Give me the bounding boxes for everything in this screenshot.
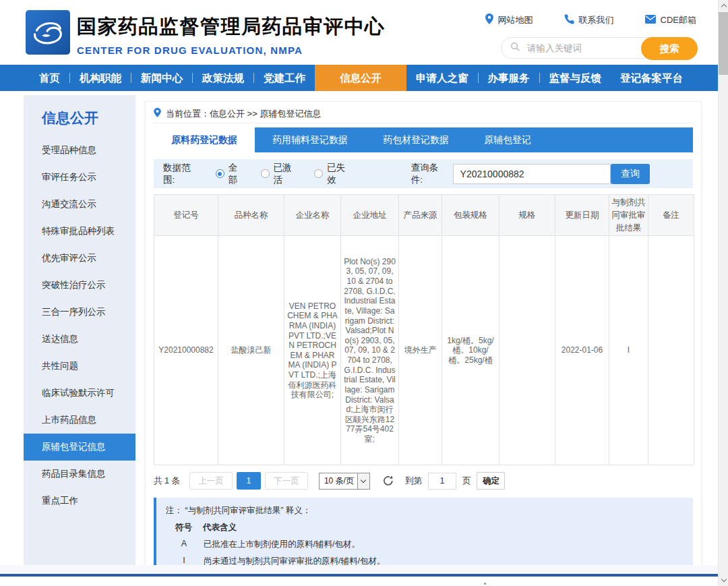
dropdown-arrow-icon	[357, 473, 369, 489]
contact-label: 联系我们	[579, 14, 614, 26]
site-title: 国家药品监督管理局药品审评中心	[77, 13, 386, 40]
scroll-up-icon[interactable]	[719, 0, 728, 11]
page: 国家药品监督管理局药品审评中心 CENTER FOR DRUG EVALUATI…	[0, 0, 728, 586]
mail-link[interactable]: CDE邮箱	[645, 14, 696, 26]
contact-link[interactable]: 联系我们	[564, 14, 614, 26]
table-header-row: 登记号 品种名称 企业名称 企业地址 产品来源 包装规格 规格 更新日期 与制剂…	[154, 195, 694, 236]
cell-company-name: VEN PETROCHEM & PHARMA (INDIA) PVT LTD.;…	[284, 236, 341, 465]
sidebar-item-accepted-varieties[interactable]: 受理品种信息	[24, 137, 135, 164]
nav-item-functions[interactable]: 机构职能	[70, 65, 131, 91]
sidebar-item-drug-catalog[interactable]: 药品目录集信息	[24, 461, 135, 488]
col-header-packaging-spec: 包装规格	[442, 195, 499, 236]
mail-label: CDE邮箱	[661, 14, 696, 26]
phone-icon	[564, 14, 574, 26]
tab-raw-material-data[interactable]: 原料药登记数据	[154, 127, 255, 152]
nav-item-info-disclosure[interactable]: 信息公开	[315, 65, 406, 91]
data-tabs: 原料药登记数据 药用辅料登记数据 药包材登记数据 原辅包登记	[154, 127, 693, 152]
prev-page-button[interactable]: 上一页	[189, 472, 233, 490]
sitemap-link[interactable]: 网站地图	[485, 13, 533, 26]
legend-note: 注： “与制剂共同审评审批结果” 释义： 符号 代表含义 A 已批准在上市制剂使…	[154, 498, 693, 576]
sidebar-item-common-issues[interactable]: 共性问题	[24, 353, 135, 380]
sidebar: 信息公开 受理品种信息 审评任务公示 沟通交流公示 特殊审批品种列表 优先审评公…	[24, 95, 135, 565]
nav-item-registration-platform[interactable]: 登记备案平台	[611, 65, 692, 91]
radio-label-inactive: 已失效	[327, 162, 351, 186]
sidebar-item-three-in-one[interactable]: 三合一序列公示	[24, 299, 135, 326]
note-row-a: A 已批准在上市制剂使用的原料/辅料/包材。	[166, 539, 684, 550]
col-header-update-date: 更新日期	[555, 195, 609, 236]
col-header-company-name: 企业名称	[284, 195, 341, 236]
sidebar-item-communication[interactable]: 沟通交流公示	[24, 191, 135, 218]
tab-excipient-data[interactable]: 药用辅料登记数据	[255, 127, 365, 152]
breadcrumb-label: 当前位置：信息公开 >> 原辅包登记信息	[166, 108, 321, 120]
site-title-block: 国家药品监督管理局药品审评中心 CENTER FOR DRUG EVALUATI…	[77, 13, 386, 56]
nav-item-party[interactable]: 党建工作	[254, 65, 315, 91]
page-number-1[interactable]: 1	[237, 472, 261, 490]
nav-item-supervision[interactable]: 监督与反馈	[540, 65, 611, 91]
cell-variety-name: 盐酸溴己新	[218, 236, 284, 465]
radio-selected-icon	[216, 169, 224, 178]
scrollbar-thumb[interactable]	[719, 12, 728, 75]
col-header-variety-name: 品种名称	[218, 195, 284, 236]
nav-item-services[interactable]: 办事服务	[479, 65, 539, 91]
site-subtitle: CENTER FOR DRUG EVALUATION, NMPA	[77, 45, 386, 56]
radio-option-inactive[interactable]: 已失效	[314, 162, 351, 186]
nav-item-home[interactable]: 首页	[30, 65, 69, 91]
confirm-button[interactable]: 确定	[477, 472, 505, 490]
note-meaning-a: 已批准在上市制剂使用的原料/辅料/包材。	[204, 539, 360, 550]
note-col-meaning: 代表含义	[203, 522, 237, 533]
page-size-select[interactable]: 10 条/页	[319, 473, 370, 490]
goto-page-unit: 页	[462, 475, 471, 487]
goto-page-input[interactable]	[428, 473, 456, 490]
breadcrumb: 当前位置：信息公开 >> 原辅包登记信息	[154, 105, 693, 123]
sidebar-item-marketed-drugs[interactable]: 上市药品信息	[24, 407, 135, 434]
main-nav: 首页 机构职能 新闻中心 政策法规 党建工作 信息公开 申请人之窗 办事服务 监…	[0, 65, 728, 91]
location-pin-icon	[485, 13, 493, 26]
search-button[interactable]: 搜索	[641, 37, 698, 60]
table-row: Y20210000882 盐酸溴己新 VEN PETROCHEM & PHARM…	[154, 236, 694, 465]
sidebar-item-key-work[interactable]: 重点工作	[24, 488, 135, 515]
radio-option-active[interactable]: 已激活	[261, 162, 298, 186]
tab-raw-aux-pack-registration[interactable]: 原辅包登记	[466, 127, 549, 152]
sidebar-item-review-tasks[interactable]: 审评任务公示	[24, 164, 135, 191]
cell-company-address: Plot No(s) 2903, 05, 07, 09, 10 & 2704 t…	[341, 236, 399, 465]
pagination: 共 1 条 上一页 1 下一页 10 条/页 到第 页 确定	[154, 472, 693, 490]
nav-item-applicant[interactable]: 申请人之窗	[406, 65, 478, 91]
next-page-button[interactable]: 下一页	[265, 472, 308, 490]
total-count: 共 1 条	[154, 475, 180, 487]
cell-packaging-spec: 1kg/桶。5kg/桶。10kg/桶。25kg/桶	[442, 236, 499, 465]
scroll-down-icon[interactable]	[719, 575, 728, 586]
sidebar-title: 信息公开	[42, 109, 135, 127]
page-size-value: 10 条/页	[320, 475, 357, 487]
sidebar-item-breakthrough-therapy[interactable]: 突破性治疗公示	[24, 272, 135, 299]
sidebar-item-raw-material-registration[interactable]: 原辅包登记信息	[24, 434, 135, 461]
nav-item-news[interactable]: 新闻中心	[131, 65, 192, 91]
sidebar-item-priority-review[interactable]: 优先审评公示	[24, 245, 135, 272]
note-col-symbol: 符号	[175, 522, 192, 533]
cell-remarks	[648, 236, 694, 465]
nav-item-policy[interactable]: 政策法规	[193, 65, 253, 91]
cell-spec	[499, 236, 555, 465]
sidebar-item-special-approval[interactable]: 特殊审批品种列表	[24, 218, 135, 245]
cell-reg-no: Y20210000882	[154, 236, 218, 465]
sitemap-label: 网站地图	[498, 14, 533, 26]
sidebar-item-delivery-info[interactable]: 送达信息	[24, 326, 135, 353]
cde-logo-icon[interactable]	[26, 10, 70, 55]
envelope-icon	[645, 15, 656, 26]
query-condition-input[interactable]	[453, 164, 611, 184]
sidebar-item-clinical-trial-license[interactable]: 临床试验默示许可	[24, 380, 135, 407]
radio-unselected-icon	[261, 169, 270, 178]
col-header-product-source: 产品来源	[399, 195, 442, 236]
tab-packaging-material-data[interactable]: 药包材登记数据	[365, 127, 466, 152]
query-button[interactable]: 查询	[611, 164, 650, 184]
site-header: 国家药品监督管理局药品审评中心 CENTER FOR DRUG EVALUATI…	[0, 0, 728, 65]
note-title: 注： “与制剂共同审评审批结果” 释义：	[166, 505, 684, 517]
vertical-scrollbar[interactable]	[718, 0, 728, 586]
radio-label-active: 已激活	[274, 162, 298, 186]
refresh-icon[interactable]	[382, 475, 394, 487]
main-area: 信息公开 受理品种信息 审评任务公示 沟通交流公示 特殊审批品种列表 优先审评公…	[0, 91, 728, 575]
col-header-company-address: 企业地址	[341, 195, 399, 236]
cell-product-source: 境外生产	[399, 236, 442, 465]
note-symbol-a: A	[175, 539, 193, 550]
radio-option-all[interactable]: 全部	[216, 162, 245, 186]
scope-label: 数据范围:	[163, 162, 200, 186]
